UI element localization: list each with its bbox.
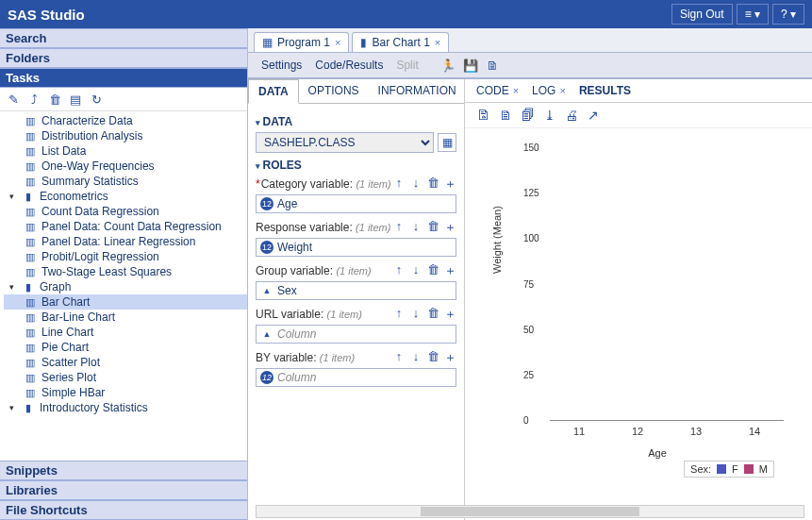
role-value[interactable]: ▲Column [256,325,456,344]
help-button[interactable]: ? ▾ [772,4,804,25]
lp-tab-info[interactable]: INFORMATION [369,79,466,103]
x-axis-label: Age [522,447,793,459]
role-up-icon[interactable]: ↑ [392,349,406,366]
role-delete-icon[interactable]: 🗑 [426,306,439,323]
signout-button[interactable]: Sign Out [671,4,733,25]
role-add-icon[interactable]: ＋ [443,306,456,323]
rp-tab-log[interactable]: LOG× [532,84,566,97]
tree-item[interactable]: ▥Line Chart [4,325,247,340]
role-value[interactable]: 12Column [256,368,456,387]
accordion-folders[interactable]: Folders [0,48,247,68]
print-icon[interactable]: 🖨 [565,108,578,123]
rp-tab-results[interactable]: RESULTS [579,84,631,97]
code-results-button[interactable]: Code/Results [309,56,389,75]
section-roles[interactable]: ROLES [256,159,456,172]
role-value[interactable]: 12Age [256,194,456,213]
tree-category[interactable]: ▾▮Econometrics [4,189,247,204]
close-icon[interactable]: × [435,37,440,48]
run-icon[interactable]: 🏃 [439,57,456,74]
task-props-icon[interactable]: ▤ [68,92,83,107]
popout-icon[interactable]: ↗ [588,108,599,123]
role-add-icon[interactable]: ＋ [443,219,456,236]
vartype-icon: 12 [260,197,273,210]
role-up-icon[interactable]: ↑ [392,306,406,323]
accordion-tasks[interactable]: Tasks [0,68,247,88]
tree-item[interactable]: ▥Panel Data: Linear Regression [4,234,247,249]
lp-tab-options[interactable]: OPTIONS [299,79,369,103]
save-icon[interactable]: 💾 [462,57,479,74]
tree-item[interactable]: ▥Two-Stage Least Squares [4,264,247,279]
task-refresh-icon[interactable]: ↻ [89,92,104,107]
role-value[interactable]: ▲Sex [256,281,456,300]
tree-item[interactable]: ▥List Data [4,143,247,159]
export-html-icon[interactable]: 🖺 [476,108,489,123]
role-delete-icon[interactable]: 🗑 [426,262,439,279]
tree-category[interactable]: ▾▮Graph [4,279,247,294]
role-add-icon[interactable]: ＋ [443,176,456,193]
tree-item[interactable]: ▥Simple HBar [4,385,247,400]
saveas-icon[interactable]: 🗎 [485,57,502,74]
task-options-pane: DATA OPTIONS INFORMATION DATA SASHELP.CL… [248,79,465,520]
role-delete-icon[interactable]: 🗑 [426,176,439,193]
role-delete-icon[interactable]: 🗑 [426,219,439,236]
editor-tabs: ▦Program 1× ▮Bar Chart 1× [248,28,812,52]
y-tick: 125 [523,188,539,198]
accordion-search[interactable]: Search [0,28,247,48]
settings-button[interactable]: Settings [256,56,307,75]
role-down-icon[interactable]: ↓ [409,219,423,236]
close-icon[interactable]: × [335,37,340,48]
tree-item[interactable]: ▥Summary Statistics [4,174,247,189]
section-data[interactable]: DATA [256,115,456,128]
legend-swatch-f [717,464,726,474]
tree-item[interactable]: ▥Characterize Data [4,113,247,128]
tree-item[interactable]: ▥Count Data Regression [4,204,247,219]
task-new-icon[interactable]: ✎ [6,92,21,107]
task-open-icon[interactable]: ⤴ [26,92,41,107]
task-icon: ▥ [23,144,38,158]
vartype-icon: 12 [260,371,273,384]
accordion-libraries[interactable]: Libraries [0,480,247,500]
close-icon[interactable]: × [513,85,519,96]
role-down-icon[interactable]: ↓ [409,306,423,323]
role-delete-icon[interactable]: 🗑 [426,349,439,366]
role-add-icon[interactable]: ＋ [443,349,456,366]
role-down-icon[interactable]: ↓ [409,176,423,193]
tree-item[interactable]: ▥Scatter Plot [4,355,247,370]
close-icon[interactable]: × [559,85,565,96]
role-add-icon[interactable]: ＋ [443,262,456,279]
x-tick: 12 [608,426,667,437]
role-up-icon[interactable]: ↑ [392,176,406,193]
export-pdf-icon[interactable]: 🗎 [499,108,512,123]
dataset-select[interactable]: SASHELP.CLASS [256,132,434,153]
tree-item[interactable]: ▥One-Way Frequencies [4,159,247,174]
split-button: Split [390,56,423,75]
task-delete-icon[interactable]: 🗑 [47,92,62,107]
role-down-icon[interactable]: ↓ [409,349,423,366]
chart-area: Weight (Mean) 11121314 0255075100125150 … [465,128,812,520]
tasks-tree[interactable]: ▥Characterize Data▥Distribution Analysis… [0,111,247,461]
tree-category[interactable]: ▾▮Introductory Statistics [4,400,247,415]
tree-item[interactable]: ▥Series Plot [4,370,247,385]
tree-item[interactable]: ▥Bar-Line Chart [4,310,247,325]
accordion-snippets[interactable]: Snippets [0,461,247,480]
tree-item[interactable]: ▥Bar Chart [4,294,247,310]
content-area: ▦Program 1× ▮Bar Chart 1× Settings Code/… [248,28,812,520]
tree-item[interactable]: ▥Distribution Analysis [4,128,247,143]
download-icon[interactable]: ⤓ [544,108,555,123]
menu-button[interactable]: ≡ ▾ [737,4,769,25]
tree-item[interactable]: ▥Panel Data: Count Data Regression [4,219,247,234]
accordion-shortcuts[interactable]: File Shortcuts [0,500,247,520]
browse-dataset-icon[interactable]: ▦ [438,133,456,152]
role-down-icon[interactable]: ↓ [409,262,423,279]
rp-tab-code[interactable]: CODE× [476,84,519,97]
tab-program1[interactable]: ▦Program 1× [254,32,349,52]
tree-item[interactable]: ▥Probit/Logit Regression [4,249,247,264]
export-rtf-icon[interactable]: 🗐 [522,108,535,123]
role-value[interactable]: 12Weight [256,238,456,257]
tree-item[interactable]: ▥Pie Chart [4,340,247,355]
role-up-icon[interactable]: ↑ [392,262,406,279]
horizontal-scrollbar[interactable] [256,505,804,518]
role-up-icon[interactable]: ↑ [392,219,406,236]
tab-barchart1[interactable]: ▮Bar Chart 1× [352,32,449,52]
lp-tab-data[interactable]: DATA [248,79,299,104]
